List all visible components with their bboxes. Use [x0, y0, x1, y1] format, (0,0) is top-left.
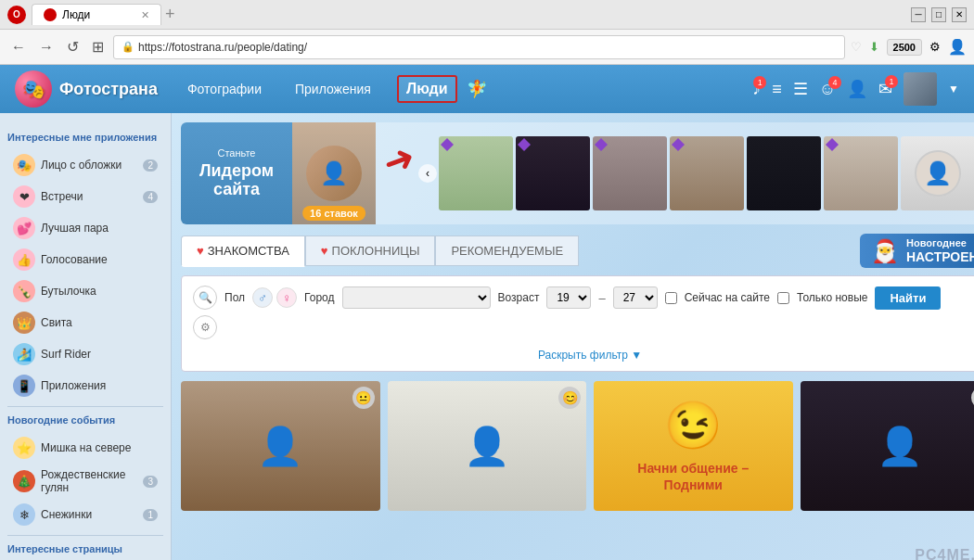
- grid-button[interactable]: ⊞: [88, 36, 108, 57]
- tab-favicon: [44, 8, 57, 21]
- browser-titlebar: O Люди ✕ + ─ □ ✕: [0, 0, 974, 30]
- main-layout: Интересные мне приложения 🎭 Лицо с облож…: [0, 113, 974, 560]
- sidebar-item-meetings[interactable]: ❤ Встречи 4: [7, 182, 163, 211]
- photo-card-2[interactable]: 👤 😊: [388, 381, 587, 511]
- logo-text: Фотострана: [59, 80, 158, 99]
- sidebar-item-bottle[interactable]: 🍾 Бутылочка: [7, 276, 163, 306]
- sidebar-item-apps[interactable]: 📱 Приложения: [7, 371, 163, 401]
- christmas-label: Рождественские гулян: [41, 468, 137, 494]
- sidebar-item-cover[interactable]: 🎭 Лицо с обложки 2: [7, 150, 163, 180]
- nav-photos[interactable]: Фотографии: [180, 78, 269, 100]
- photo-card-1[interactable]: 👤 😐: [181, 381, 380, 511]
- filter-settings-icon[interactable]: ⚙: [193, 315, 217, 339]
- header-games-icon[interactable]: ☺4: [819, 80, 836, 99]
- age-max-select[interactable]: 27: [613, 286, 658, 309]
- strip-prev-arrow[interactable]: ‹: [418, 164, 437, 183]
- card1-smile[interactable]: 😐: [352, 387, 375, 409]
- settings-icon[interactable]: ⚙: [929, 40, 941, 54]
- new-tab-button[interactable]: +: [165, 5, 175, 24]
- age-dash: –: [598, 291, 605, 305]
- sidebar-item-christmas[interactable]: 🎄 Рождественские гулян 3: [7, 465, 163, 498]
- header-users-icon[interactable]: 👤: [847, 79, 867, 99]
- maximize-button[interactable]: □: [931, 7, 946, 22]
- leader-photo-area: 👤 16 ставок: [292, 122, 376, 224]
- site-logo[interactable]: 🎭 Фотострана: [15, 70, 158, 108]
- nav-people[interactable]: Люди: [397, 75, 457, 103]
- header-blog-icon[interactable]: ≡: [772, 80, 782, 99]
- gender-male-icon[interactable]: ♂: [252, 287, 273, 308]
- header-avatar[interactable]: [904, 72, 937, 106]
- download-icon[interactable]: ⬇: [869, 40, 879, 54]
- forward-button[interactable]: →: [35, 37, 58, 57]
- new-checkbox[interactable]: [777, 292, 789, 304]
- card2-smile[interactable]: 😊: [558, 387, 581, 409]
- find-button[interactable]: Найти: [875, 286, 941, 310]
- sidebar: Интересные мне приложения 🎭 Лицо с облож…: [0, 113, 172, 560]
- vote-label: Голосование: [41, 253, 108, 266]
- sidebar-item-bear[interactable]: ⭐ Мишка на севере: [7, 433, 163, 463]
- filter-row-1: 🔍 Пол ♂ ♀ Город Возраст 19 – 27 Сейчас н…: [193, 286, 974, 310]
- search-icon[interactable]: 🔍: [193, 286, 217, 310]
- sidebar-section2-title: Новогодние события: [7, 414, 163, 426]
- ny-banner[interactable]: 🎅 Новогоднее НАСТРОЕНИЕ: [860, 234, 974, 268]
- sidebar-section3-title: Интересные страницы: [7, 543, 163, 554]
- window-controls: ─ □ ✕: [911, 7, 967, 22]
- refresh-button[interactable]: ↺: [63, 36, 83, 57]
- cover-label: Лицо с обложки: [41, 159, 122, 172]
- strip-photo-5[interactable]: [747, 136, 821, 210]
- tab-dating[interactable]: ♥ ЗНАКОМСТВА: [181, 235, 305, 267]
- address-bar[interactable]: 🔒 https://fotostrana.ru/people/dating/: [113, 35, 845, 59]
- sidebar-item-vote[interactable]: 👍 Голосование: [7, 245, 163, 274]
- sidebar-section1-title: Интересные мне приложения: [7, 132, 163, 143]
- snowflakes-badge: 1: [143, 509, 158, 521]
- leader-card-label: Станьте: [218, 147, 256, 159]
- sidebar-item-surfrider[interactable]: 🏄 Surf Rider: [7, 339, 163, 369]
- diamond-badge-2: [518, 138, 531, 151]
- tab-fans[interactable]: ♥ ПОКЛОННИЦЫ: [305, 235, 436, 266]
- leader-card[interactable]: Станьте Лидеромсайта: [181, 122, 292, 224]
- nav-apps[interactable]: Приложения: [288, 78, 378, 100]
- online-checkbox[interactable]: [665, 292, 677, 304]
- online-label: Сейчас на сайте: [685, 291, 770, 304]
- active-tab[interactable]: Люди ✕: [32, 4, 161, 25]
- sidebar-item-snowflakes[interactable]: ❄ Снежинки 1: [7, 500, 163, 529]
- tabs-row: ♥ ЗНАКОМСТВА ♥ ПОКЛОННИЦЫ РЕКОМЕНДУЕМЫЕ …: [181, 234, 974, 268]
- person2-face: 👤: [464, 425, 510, 468]
- city-select[interactable]: [342, 286, 491, 309]
- person1-face: 👤: [257, 425, 303, 468]
- minimize-button[interactable]: ─: [911, 7, 926, 22]
- meetings-badge: 4: [143, 191, 158, 203]
- sidebar-item-best-pair[interactable]: 💕 Лучшая пара: [7, 213, 163, 243]
- strip-photo-7[interactable]: 👤: [901, 136, 974, 210]
- header-list-icon[interactable]: ☰: [793, 79, 808, 99]
- filter-expand[interactable]: Раскрыть фильтр ▼: [193, 345, 974, 362]
- user-icon[interactable]: 👤: [948, 38, 967, 56]
- cover-badge: 2: [143, 159, 158, 172]
- heart-icon[interactable]: ♡: [851, 40, 862, 54]
- photo-card-4[interactable]: 👤 😐: [801, 381, 975, 511]
- vote-icon: 👍: [13, 248, 35, 271]
- sidebar-divider2: [7, 535, 163, 536]
- age-min-select[interactable]: 19: [546, 286, 591, 309]
- close-window-button[interactable]: ✕: [952, 7, 967, 22]
- gender-female-icon[interactable]: ♀: [276, 287, 297, 308]
- photo-card-yellow[interactable]: 😉 Начни общение – Подними: [594, 381, 793, 511]
- tab-recommended[interactable]: РЕКОМЕНДУЕМЫЕ: [435, 235, 579, 266]
- tab-dating-label: ЗНАКОМСТВА: [208, 244, 289, 258]
- header-music-icon[interactable]: ♪1: [752, 80, 761, 99]
- apps-icon: 📱: [13, 375, 35, 397]
- strip-photo-6[interactable]: [824, 136, 898, 210]
- watermark: PC4ME.RU: [915, 547, 974, 560]
- strip-photo-1[interactable]: [439, 136, 513, 210]
- christmas-badge: 3: [143, 476, 158, 488]
- back-button[interactable]: ←: [7, 37, 30, 57]
- strip-photo-2[interactable]: [516, 136, 590, 210]
- strip-photo-4[interactable]: [670, 136, 744, 210]
- opera-logo: O: [7, 6, 26, 24]
- header-dropdown-arrow[interactable]: ▼: [948, 83, 959, 95]
- tab-close-button[interactable]: ✕: [141, 9, 149, 21]
- sidebar-item-suite[interactable]: 👑 Свита: [7, 308, 163, 337]
- strip-photo-3[interactable]: [593, 136, 667, 210]
- tab-fans-label: ПОКЛОННИЦЫ: [332, 244, 420, 258]
- header-messages-icon[interactable]: ✉1: [878, 79, 892, 99]
